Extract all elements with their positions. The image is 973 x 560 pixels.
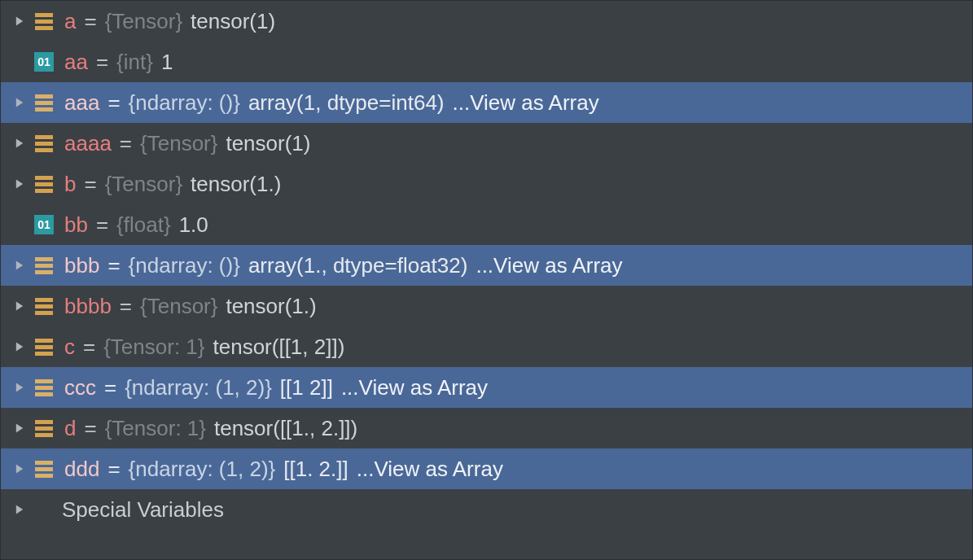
equals-sign: = [96,212,108,238]
svg-marker-6 [16,342,23,351]
expand-icon[interactable] [7,422,32,434]
svg-marker-1 [16,98,23,107]
special-vars-icon [32,500,51,519]
variable-value: tensor(1.) [191,172,281,197]
variable-row[interactable]: aaaa={Tensor}tensor(1) [1,123,972,164]
struct-icon [32,253,56,278]
variable-row[interactable]: ccc={ndarray: (1, 2)}[[1 2]]...View as A… [1,367,972,408]
variable-name: d [64,416,76,441]
struct-icon [32,457,56,481]
variable-name: ddd [64,457,99,482]
variable-value: [[1. 2.]] [283,457,348,482]
variable-type: {ndarray: (1, 2)} [125,375,272,400]
svg-marker-10 [16,505,23,514]
variable-value: tensor(1) [226,131,310,156]
variable-name: b [64,172,76,197]
variable-type: {ndarray: ()} [129,253,240,278]
struct-icon [32,335,56,359]
variable-row[interactable]: b={Tensor}tensor(1.) [1,164,972,204]
special-variables-label: Special Variables [62,497,224,523]
equals-sign: = [120,131,132,156]
svg-marker-8 [16,423,23,432]
variable-type: {Tensor} [140,131,217,156]
variable-value: tensor([[1., 2.]]) [214,416,357,441]
variable-row[interactable]: bbbb={Tensor}tensor(1.) [1,286,972,326]
variable-type: {Tensor} [140,294,217,319]
variable-value: tensor(1) [191,9,275,34]
expand-icon[interactable] [7,97,32,108]
variable-name: aaa [64,90,99,116]
variable-type: {Tensor} [105,9,182,34]
variable-row[interactable]: ddd={ndarray: (1, 2)}[[1. 2.]]...View as… [1,448,972,489]
variable-value: 1 [161,50,173,75]
equals-sign: = [107,457,120,482]
variable-value: [[1 2]] [280,375,333,400]
variables-panel: a={Tensor}tensor(1)01aa={int}1aaa={ndarr… [0,0,973,560]
struct-icon [32,375,56,400]
equals-sign: = [83,335,95,360]
variable-name: bbb [64,253,99,278]
struct-icon [32,416,56,440]
special-variables-row[interactable]: Special Variables [1,489,972,530]
equals-sign: = [84,416,96,441]
variable-type: {Tensor: 1} [103,335,204,360]
expand-icon[interactable] [7,15,32,27]
view-as-array-link[interactable]: ...View as Array [476,253,622,278]
variable-type: {float} [116,212,171,238]
expand-icon[interactable] [7,178,32,190]
view-as-array-link[interactable]: ...View as Array [341,375,488,400]
struct-icon [32,294,56,318]
variable-type: {Tensor} [105,172,182,197]
variable-name: c [64,335,75,360]
struct-icon [32,172,56,196]
equals-sign: = [84,172,96,197]
variable-type: {Tensor: 1} [105,416,206,441]
expand-icon[interactable] [7,138,32,149]
variable-row[interactable]: 01bb={float}1.0 [1,204,972,245]
equals-sign: = [120,294,132,319]
variable-row[interactable]: 01aa={int}1 [1,42,972,82]
variable-name: aa [64,50,88,75]
struct-icon [32,9,56,33]
variable-row[interactable]: d={Tensor: 1}tensor([[1., 2.]]) [1,408,972,448]
expand-icon[interactable] [7,300,32,312]
variable-row[interactable]: aaa={ndarray: ()}array(1, dtype=int64)..… [1,82,972,123]
primitive-icon: 01 [34,215,54,234]
variable-value: 1.0 [179,212,208,238]
expand-icon[interactable] [7,382,32,393]
variable-value: array(1., dtype=float32) [248,253,468,278]
struct-icon [32,90,56,115]
variable-type: {int} [116,50,153,75]
equals-sign: = [84,9,96,34]
svg-marker-9 [16,464,23,473]
expand-icon[interactable] [7,341,32,352]
variable-name: aaaa [64,131,112,156]
variable-row[interactable]: c={Tensor: 1}tensor([[1, 2]]) [1,326,972,367]
equals-sign: = [107,253,120,278]
svg-marker-4 [16,260,23,269]
svg-marker-7 [16,383,23,392]
variable-row[interactable]: bbb={ndarray: ()}array(1., dtype=float32… [1,245,972,286]
variable-name: bb [64,212,88,238]
struct-icon [32,131,56,155]
variable-name: bbbb [64,294,112,319]
variable-value: array(1, dtype=int64) [248,90,445,116]
equals-sign: = [107,90,120,116]
variable-value: tensor([[1, 2]]) [213,335,345,360]
variable-type: {ndarray: ()} [129,90,240,116]
primitive-icon: 01 [34,52,54,72]
svg-marker-5 [16,301,23,310]
variable-type: {ndarray: (1, 2)} [129,457,276,482]
expand-icon[interactable] [7,504,32,515]
variable-row[interactable]: a={Tensor}tensor(1) [1,1,972,42]
svg-marker-0 [16,16,23,25]
variable-name: ccc [64,375,96,400]
view-as-array-link[interactable]: ...View as Array [357,457,503,482]
view-as-array-link[interactable]: ...View as Array [453,90,599,116]
svg-marker-2 [16,138,23,147]
svg-marker-3 [16,179,23,188]
expand-icon[interactable] [7,260,32,271]
expand-icon[interactable] [7,463,32,475]
variable-name: a [64,9,76,34]
equals-sign: = [104,375,116,400]
